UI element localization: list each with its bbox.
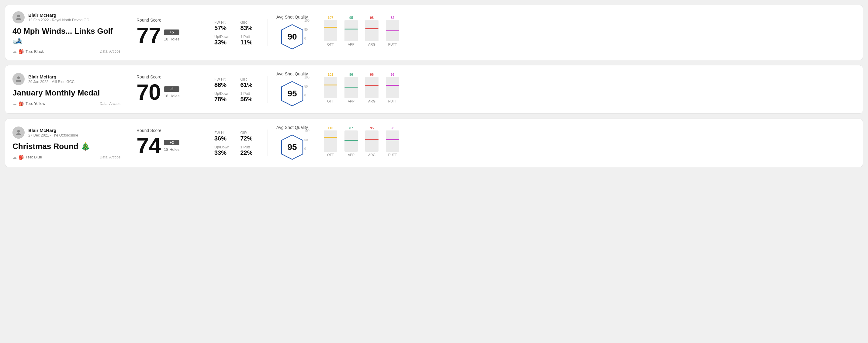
tee-info: ☁🎒Tee: Black [12, 49, 44, 54]
user-info: Blair McHarg12 Feb 2022 · Royal North De… [28, 12, 89, 22]
stat-one-putt-value: 56% [241, 96, 260, 103]
stats-grid: FW Hit86%GIR61%Up/Down78%1 Putt56% [214, 77, 260, 103]
user-header: Blair McHarg27 Dec 2021 · The Oxfordshir… [12, 126, 120, 139]
stat-fw-hit-label: FW Hit [214, 20, 235, 25]
stat-up-down-label: Up/Down [214, 92, 235, 96]
bar-label-putt: PUTT [388, 99, 397, 103]
user-header: Blair McHarg12 Feb 2022 · Royal North De… [12, 11, 120, 23]
user-meta: 27 Dec 2021 · The Oxfordshire [28, 133, 78, 137]
y-axis: 100 50 0 [304, 19, 310, 40]
stat-gir-label: GIR [241, 131, 260, 135]
round-title: Christmas Round 🎄 [12, 142, 120, 151]
avg-shot-quality-label: Avg Shot Quality [276, 14, 308, 20]
chart-bars: 110OTT87APP95ARG93PUTT [324, 129, 856, 157]
score-detail-col: +218 Holes [164, 140, 179, 152]
bag-icon: 🎒 [19, 49, 24, 54]
score-row: 70-218 Holes [136, 81, 198, 103]
bar-group-putt: 93PUTT [386, 126, 399, 157]
bag-icon: 🎒 [19, 101, 24, 106]
stat-gir: GIR61% [241, 77, 260, 89]
user-info: Blair McHarg27 Dec 2021 · The Oxfordshir… [28, 128, 78, 137]
user-name: Blair McHarg [28, 128, 78, 133]
round-card-round2: Blair McHarg29 Jan 2022 · Mill Ride GCCJ… [5, 65, 863, 114]
round-card-round3: Blair McHarg27 Dec 2021 · The Oxfordshir… [5, 119, 863, 167]
score-number: 74 [136, 135, 161, 157]
chart-bars: 107OTT95APP98ARG82PUTT [324, 19, 856, 46]
user-header: Blair McHarg29 Jan 2022 · Mill Ride GCC [12, 73, 120, 85]
bar-marker-app [344, 87, 358, 88]
stat-fw-hit-label: FW Hit [214, 131, 235, 135]
bar-label-putt: PUTT [388, 42, 397, 46]
middle-section: Round Score77+518 Holes [128, 18, 207, 48]
weather-icon: ☁ [12, 101, 17, 106]
bar-group-arg: 98ARG [365, 16, 378, 46]
bar-value-app: 87 [349, 126, 353, 130]
stats-section: FW Hit36%GIR72%Up/Down33%1 Putt22% [207, 129, 268, 156]
stat-fw-hit-value: 57% [214, 25, 235, 32]
round-score-label: Round Score [136, 18, 198, 23]
avatar [12, 11, 25, 23]
y-50: 50 [304, 138, 310, 142]
bar-container-arg [365, 20, 378, 41]
bar-label-app: APP [348, 153, 354, 157]
stat-up-down: Up/Down33% [214, 35, 235, 46]
user-info: Blair McHarg29 Jan 2022 · Mill Ride GCC [28, 74, 74, 84]
y-100: 100 [304, 76, 310, 79]
bar-container-arg [365, 130, 378, 152]
hexagon-container: Avg Shot Quality 95 [276, 71, 308, 107]
stat-gir-label: GIR [241, 20, 260, 25]
round-title: 40 Mph Winds... Links Golf 🎿 [12, 27, 120, 45]
left-section: Blair McHarg29 Jan 2022 · Mill Ride GCCJ… [12, 73, 128, 106]
card-footer: ☁🎒Tee: YellowData: Arccos [12, 101, 120, 106]
stat-one-putt: 1 Putt22% [241, 145, 260, 156]
y-axis: 100 50 0 [304, 129, 310, 151]
stat-up-down-label: Up/Down [214, 35, 235, 39]
bar-group-app: 95APP [344, 16, 358, 46]
score-detail-col: -218 Holes [164, 86, 179, 98]
bar-marker-app [344, 29, 358, 30]
stats-section: FW Hit86%GIR61%Up/Down78%1 Putt56% [207, 76, 268, 103]
chart-wrapper: 100 50 0 110OTT87APP95ARG93PUTT [314, 129, 856, 157]
stat-gir-value: 72% [241, 135, 260, 142]
bar-container-app [344, 77, 358, 98]
left-section: Blair McHarg12 Feb 2022 · Royal North De… [12, 11, 128, 54]
hexagon-shape: 95 [278, 133, 306, 161]
right-section: Avg Shot Quality 95 100 50 0 101OTT86APP… [268, 71, 856, 107]
user-meta: 12 Feb 2022 · Royal North Devon GC [28, 18, 89, 22]
bar-marker-putt [386, 85, 399, 86]
hexagon-shape: 90 [278, 23, 306, 51]
y-0: 0 [304, 37, 310, 40]
data-source: Data: Arccos [100, 49, 120, 54]
y-50: 50 [304, 85, 310, 88]
stat-one-putt: 1 Putt11% [241, 35, 260, 46]
score-badge: -2 [164, 86, 179, 92]
stat-up-down-label: Up/Down [214, 145, 235, 149]
stat-up-down-value: 33% [214, 39, 235, 46]
right-section: Avg Shot Quality 90 100 50 0 107OTT95APP… [268, 14, 856, 51]
data-source: Data: Arccos [100, 155, 120, 159]
hexagon-container: Avg Shot Quality 90 [276, 14, 308, 51]
left-section: Blair McHarg27 Dec 2021 · The Oxfordshir… [12, 126, 128, 160]
stat-gir-value: 83% [241, 25, 260, 32]
round-title: January Monthly Medal [12, 88, 120, 98]
card-footer: ☁🎒Tee: BlueData: Arccos [12, 155, 120, 160]
stat-gir-label: GIR [241, 77, 260, 82]
bar-container-putt [386, 130, 399, 152]
bar-group-ott: 101OTT [324, 73, 337, 103]
score-row: 74+218 Holes [136, 135, 198, 157]
bar-label-arg: ARG [368, 153, 375, 157]
bar-label-arg: ARG [368, 42, 375, 46]
tee-label: Tee: Blue [26, 155, 42, 159]
bar-label-arg: ARG [368, 99, 375, 103]
bar-value-arg: 96 [370, 73, 374, 76]
bar-group-ott: 107OTT [324, 16, 337, 46]
bar-marker-arg [365, 139, 378, 140]
bar-value-app: 95 [349, 16, 353, 20]
stat-fw-hit-label: FW Hit [214, 77, 235, 82]
bar-marker-ott [324, 137, 337, 138]
chart-bars: 101OTT86APP96ARG99PUTT [324, 76, 856, 103]
bar-marker-ott [324, 85, 337, 86]
stat-gir-value: 61% [241, 82, 260, 89]
bar-value-ott: 110 [328, 126, 333, 130]
bar-label-ott: OTT [327, 42, 334, 46]
